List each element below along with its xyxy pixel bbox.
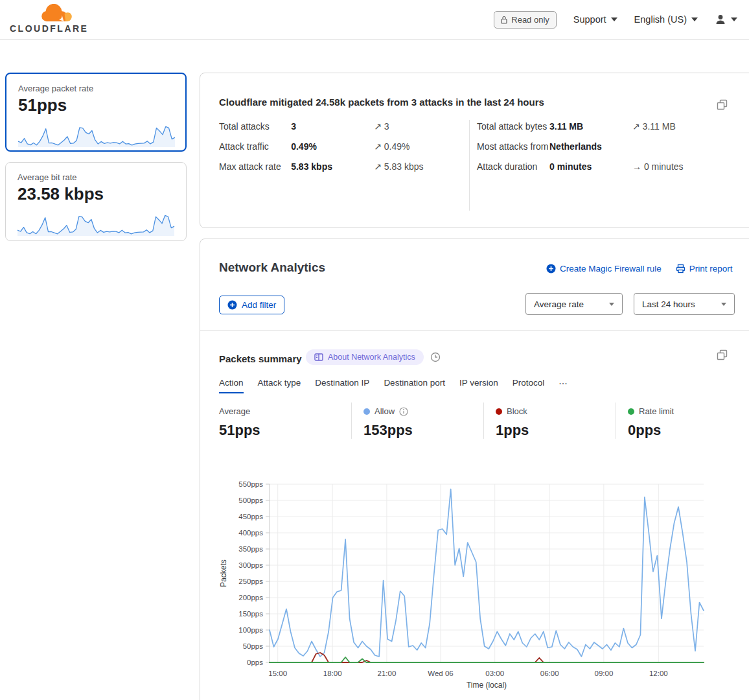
summary-trend: ↗ 0.49% [374, 140, 459, 154]
summary-row: Attack duration0 minutes→ 0 minutes [477, 160, 736, 174]
metric-select-value: Average rate [534, 299, 584, 309]
add-filter-button[interactable]: Add filter [219, 296, 284, 314]
metric-value: 51pps [18, 95, 67, 115]
svg-text:Wed 06: Wed 06 [428, 670, 453, 677]
summary-val: 5.83 kbps [291, 160, 374, 174]
metric-card-packet-rate[interactable]: Average packet rate 51pps [5, 73, 187, 152]
network-analytics-card: Network Analytics Create Magic Firewall … [200, 239, 749, 700]
svg-text:450pps: 450pps [238, 513, 263, 520]
packets-time-series-chart: 15:0018:0021:00Wed 0603:0006:0009:0012:0… [213, 472, 732, 696]
account-menu[interactable] [715, 14, 737, 25]
stat-label: Rate limit [639, 406, 674, 416]
summary-val: 0 minutes [549, 160, 632, 174]
top-header: CLOUDFLARE Read only Support English (US… [0, 0, 749, 40]
svg-text:550pps: 550pps [238, 480, 263, 488]
stat-label: Allow [374, 406, 395, 416]
packets-chart: 15:0018:0021:00Wed 0603:0006:0009:0012:0… [213, 472, 732, 699]
summary-lbl: Total attacks [219, 120, 291, 134]
metric-select[interactable]: Average rate [525, 293, 623, 315]
stat-label-row: Allow [363, 406, 483, 416]
stat-allow: Allow153pps [351, 402, 483, 439]
dimension-tabs: ActionAttack typeDestination IPDestinati… [219, 378, 568, 393]
stat-value: 1pps [496, 422, 616, 439]
summary-val: 0.49% [291, 140, 374, 154]
summary-trend: → 0 minutes [632, 160, 723, 174]
stat-value: 0pps [628, 422, 748, 439]
add-filter-label: Add filter [242, 300, 276, 310]
time-range-select[interactable]: Last 24 hours [634, 293, 735, 315]
tab-destination-ip[interactable]: Destination IP [315, 378, 369, 393]
svg-text:100pps: 100pps [238, 626, 263, 634]
summary-left-column: Total attacks3↗ 3Attack traffic0.49%↗ 0.… [219, 120, 459, 180]
tab-destination-port[interactable]: Destination port [384, 378, 445, 393]
stat-label: Block [507, 406, 527, 416]
attack-summary-title: Cloudflare mitigated 24.58k packets from… [219, 97, 544, 108]
create-rule-label: Create Magic Firewall rule [560, 264, 662, 274]
svg-text:18:00: 18:00 [323, 670, 342, 677]
svg-text:03:00: 03:00 [485, 670, 504, 677]
section-divider [200, 330, 749, 331]
support-menu[interactable]: Support [573, 14, 617, 25]
stat-rate-limit: Rate limit0pps [616, 402, 748, 439]
summary-right-column: Total attack bytes3.11 MB↗ 3.11 MBMost a… [477, 120, 736, 180]
svg-text:150pps: 150pps [238, 610, 263, 618]
svg-text:Time (local): Time (local) [467, 681, 507, 690]
tab-action[interactable]: Action [219, 378, 244, 393]
book-icon [314, 353, 323, 361]
summary-lbl: Most attacks from [477, 140, 549, 154]
summary-val: 3.11 MB [549, 120, 632, 134]
svg-text:400pps: 400pps [238, 529, 263, 537]
legend-dot-icon [628, 408, 634, 415]
user-icon [715, 14, 726, 25]
header-actions: Read only Support English (US) [494, 0, 737, 39]
chevron-down-icon [611, 18, 617, 21]
about-network-analytics-pill[interactable]: About Network Analytics [306, 349, 424, 365]
create-magic-firewall-rule-link[interactable]: Create Magic Firewall rule [546, 264, 662, 274]
about-pill-label: About Network Analytics [328, 353, 415, 362]
metric-card-bit-rate[interactable]: Average bit rate 23.58 kbps [5, 162, 187, 241]
clock-icon [430, 352, 441, 362]
stat-label-row: Rate limit [628, 406, 748, 416]
stat-value: 51pps [219, 422, 351, 439]
stat-label: Average [219, 406, 250, 416]
svg-text:50pps: 50pps [243, 642, 264, 650]
stat-label-row: Block [496, 406, 616, 416]
svg-text:0pps: 0pps [247, 659, 263, 666]
tab-protocol[interactable]: Protocol [513, 378, 545, 393]
summary-lbl: Attack traffic [219, 140, 291, 154]
chevron-down-icon [609, 303, 614, 306]
metric-label: Average packet rate [18, 84, 93, 93]
legend-dot-icon [496, 408, 502, 415]
attack-summary-card: Cloudflare mitigated 24.58k packets from… [200, 73, 749, 228]
packet-rate-sparkline [17, 118, 176, 148]
tab-ip-version[interactable]: IP version [459, 378, 498, 393]
language-menu[interactable]: English (US) [634, 14, 698, 25]
summary-row: Total attacks3↗ 3 [219, 120, 459, 134]
summary-val: 3 [291, 120, 374, 134]
svg-text:350pps: 350pps [238, 545, 263, 553]
network-analytics-title: Network Analytics [219, 261, 325, 275]
legend-dot-icon [363, 408, 370, 415]
support-label: Support [573, 14, 606, 25]
bit-rate-sparkline [16, 207, 176, 237]
print-report-label: Print report [689, 264, 733, 274]
info-icon[interactable] [399, 407, 408, 416]
cloudflare-cloud-icon [40, 4, 77, 25]
more-tabs-button[interactable]: ⋯ [559, 378, 568, 393]
plus-circle-icon [227, 300, 237, 310]
tab-attack-type[interactable]: Attack type [258, 378, 301, 393]
copy-icon[interactable] [717, 349, 728, 360]
summary-trend: ↗ 3.11 MB [632, 120, 723, 134]
plus-circle-icon [546, 264, 556, 274]
svg-text:21:00: 21:00 [378, 670, 397, 677]
cloudflare-dashboard: CLOUDFLARE Read only Support English (US… [0, 0, 749, 700]
lock-icon [501, 16, 507, 24]
copy-icon[interactable] [717, 99, 728, 110]
summary-row: Total attack bytes3.11 MB↗ 3.11 MB [477, 120, 736, 134]
stat-block: Block1pps [483, 402, 616, 439]
svg-text:06:00: 06:00 [540, 670, 559, 677]
print-report-link[interactable]: Print report [676, 264, 733, 274]
cloudflare-logo[interactable]: CLOUDFLARE [10, 4, 81, 36]
time-range-value: Last 24 hours [642, 299, 695, 309]
cloudflare-wordmark: CLOUDFLARE [10, 23, 88, 34]
